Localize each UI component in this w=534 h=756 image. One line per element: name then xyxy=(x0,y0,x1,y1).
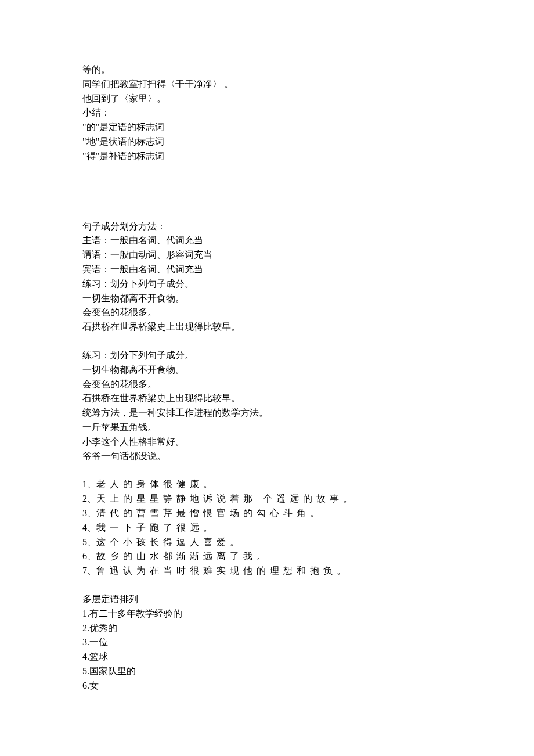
text-line: 他回到了〈家里〉。 xyxy=(82,92,452,106)
text-line: 2.优秀的 xyxy=(82,621,452,636)
text-line: 3.一位 xyxy=(82,635,452,650)
text-line: "得"是补语的标志词 xyxy=(82,149,452,164)
text-line: 6.女 xyxy=(82,679,452,693)
paragraph-block-3: 练习：划分下列句子成分。 一切生物都离不开食物。 会变色的花很多。 石拱桥在世界… xyxy=(82,348,452,463)
list-item: 2、天上的星星静静地诉说着那 个遥远的故事。 xyxy=(82,492,452,506)
list-number: 5、 xyxy=(82,537,96,547)
spacer xyxy=(82,334,452,348)
text-line: "地"是状语的标志词 xyxy=(82,135,452,149)
text-line: 爷爷一句话都没说。 xyxy=(82,449,452,464)
paragraph-block-1: 等的。 同学们把教室打扫得〈干干净净〉 。 他回到了〈家里〉。 小结： "的"是… xyxy=(82,63,452,164)
text-line: 5.国家队里的 xyxy=(82,664,452,679)
spacer xyxy=(82,164,452,219)
list-number: 1、 xyxy=(82,479,96,489)
list-text: 故乡的山水都渐渐远离了我。 xyxy=(96,551,270,561)
list-item: 4、我一下子跑了很远。 xyxy=(82,521,452,535)
text-line: 宾语：一般由名词、代词充当 xyxy=(82,262,452,277)
text-line: 一斤苹果五角钱。 xyxy=(82,420,452,435)
list-number: 4、 xyxy=(82,523,96,532)
text-line: 石拱桥在世界桥梁史上出现得比较早。 xyxy=(82,391,452,406)
list-item: 7、鲁迅认为在当时很难实现他的理想和抱负。 xyxy=(82,564,452,578)
list-text: 天上的星星静静地诉说着那 个遥远的故事。 xyxy=(96,494,356,503)
list-text: 我一下子跑了很远。 xyxy=(96,523,217,532)
text-line: 同学们把教室打扫得〈干干净净〉 。 xyxy=(82,77,452,92)
list-item: 3、清代的曹雪芹最憎恨官场的勾心斗角。 xyxy=(82,506,452,521)
text-line: 练习：划分下列句子成分。 xyxy=(82,348,452,363)
text-line: 小李这个人性格非常好。 xyxy=(82,435,452,449)
text-line: 石拱桥在世界桥梁史上出现得比较早。 xyxy=(82,320,452,334)
list-number: 2、 xyxy=(82,494,96,503)
list-item: 5、这个小孩长得逗人喜爱。 xyxy=(82,535,452,550)
list-number: 7、 xyxy=(82,566,96,575)
text-line: 练习：划分下列句子成分。 xyxy=(82,277,452,291)
numbered-list: 1、老人的身体很健康。 2、天上的星星静静地诉说着那 个遥远的故事。 3、清代的… xyxy=(82,477,452,578)
list-text: 清代的曹雪芹最憎恨官场的勾心斗角。 xyxy=(96,508,323,518)
list-number: 6、 xyxy=(82,551,96,561)
text-line: 小结： xyxy=(82,106,452,120)
list-number: 3、 xyxy=(82,508,96,518)
paragraph-block-2: 句子成分划分方法： 主语：一般由名词、代词充当 谓语：一般由动词、形容词充当 宾… xyxy=(82,219,452,334)
list-text: 这个小孩长得逗人喜爱。 xyxy=(96,537,243,547)
spacer xyxy=(82,463,452,477)
spacer xyxy=(82,578,452,592)
text-line: 谓语：一般由动词、形容词充当 xyxy=(82,248,452,262)
text-line: 统筹方法，是一种安排工作进程的数学方法。 xyxy=(82,406,452,420)
paragraph-block-5: 多层定语排列 1.有二十多年教学经验的 2.优秀的 3.一位 4.篮球 5.国家… xyxy=(82,592,452,693)
text-line: 等的。 xyxy=(82,63,452,77)
list-item: 6、故乡的山水都渐渐远离了我。 xyxy=(82,549,452,564)
text-line: "的"是定语的标志词 xyxy=(82,120,452,135)
list-item: 1、老人的身体很健康。 xyxy=(82,477,452,492)
text-line: 1.有二十多年教学经验的 xyxy=(82,607,452,621)
document-page: 等的。 同学们把教室打扫得〈干干净净〉 。 他回到了〈家里〉。 小结： "的"是… xyxy=(0,0,534,751)
text-line: 4.篮球 xyxy=(82,650,452,664)
list-text: 鲁迅认为在当时很难实现他的理想和抱负。 xyxy=(96,566,350,575)
list-text: 老人的身体很健康。 xyxy=(96,479,217,489)
text-line: 多层定语排列 xyxy=(82,592,452,607)
text-line: 主语：一般由名词、代词充当 xyxy=(82,233,452,248)
text-line: 一切生物都离不开食物。 xyxy=(82,363,452,377)
text-line: 会变色的花很多。 xyxy=(82,305,452,320)
text-line: 会变色的花很多。 xyxy=(82,377,452,392)
text-line: 一切生物都离不开食物。 xyxy=(82,291,452,306)
text-line: 句子成分划分方法： xyxy=(82,219,452,234)
